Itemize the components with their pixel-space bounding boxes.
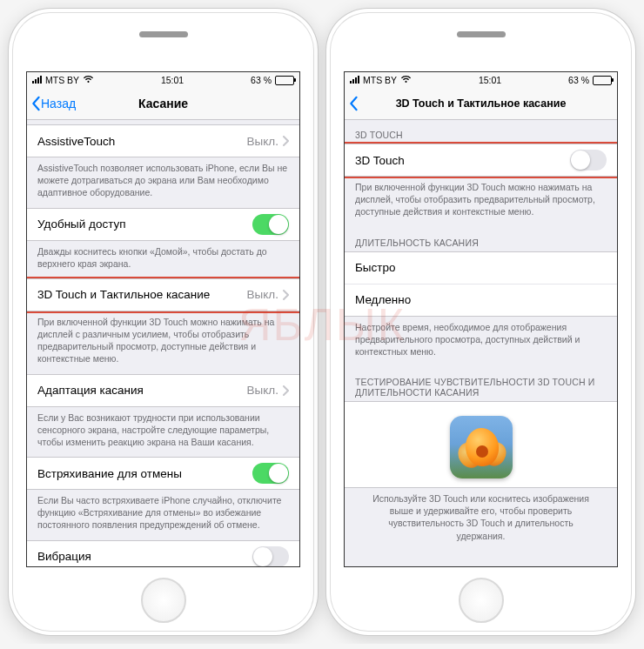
row-label: 3D Touch [355,154,570,167]
page-title: Касание [138,97,188,110]
row-label: AssistiveTouch [37,135,247,148]
clock: 15:01 [479,75,501,85]
duration-slow-row[interactable]: Медленно [345,284,617,316]
chevron-right-icon [282,385,289,396]
row-3dtouch-toggle[interactable]: 3D Touch [345,144,617,177]
switch-vibration[interactable] [252,546,289,566]
test-image-flower[interactable] [450,416,513,478]
status-bar: MTS BY 15:01 63 % [27,72,299,88]
section-header-duration: ДЛИТЕЛЬНОСТЬ КАСАНИЯ [345,227,617,251]
screen-right: MTS BY 15:01 63 % 3D Touch и Тактильное … [344,71,618,567]
footer-3dtouch: При включенной функции 3D Touch можно на… [27,311,299,374]
battery-icon [593,76,612,85]
row-label: Вибрация [37,550,252,563]
footer-duration: Настройте время, необходимое для отображ… [345,317,617,367]
switch-shake[interactable] [252,463,289,484]
back-button[interactable] [345,96,359,111]
wifi-icon [83,75,94,85]
page-title: 3D Touch и Тактильное касание [396,97,567,110]
battery-icon [275,76,294,85]
phone-left: MTS BY 15:01 63 % Назад Касание [9,9,318,635]
back-button[interactable]: Назад [27,96,76,111]
clock: 15:01 [161,75,184,85]
nav-bar: 3D Touch и Тактильное касание [345,88,617,120]
carrier-label: MTS BY [45,75,79,85]
row-label: Медленно [355,293,418,306]
section-header-test: ТЕСТИРОВАНИЕ ЧУВСТВИТЕЛЬНОСТИ 3D TOUCH И… [345,366,617,401]
footer-3dtouch-desc: При включенной функции 3D Touch можно на… [345,177,617,227]
phone-right: MTS BY 15:01 63 % 3D Touch и Тактильное … [326,9,635,635]
switch-reachability[interactable] [252,214,289,235]
row-value: Выкл. [247,384,278,397]
row-reachability[interactable]: Удобный доступ [27,208,299,241]
status-bar: MTS BY 15:01 63 % [345,72,617,88]
section-header-3dtouch: 3D TOUCH [345,119,617,144]
battery-pct: 63 % [568,75,589,85]
row-value: Выкл. [247,135,278,148]
row-label: Удобный доступ [37,217,252,231]
row-label: Адаптация касания [37,384,247,397]
back-label: Назад [41,97,76,110]
speaker-slot [139,31,188,37]
footer-accom: Если у Вас возникают трудности при испол… [27,407,299,458]
home-button[interactable] [459,578,504,623]
row-vibration[interactable]: Вибрация [27,540,299,566]
carrier-label: MTS BY [363,75,397,85]
row-assistivetouch[interactable]: AssistiveTouch Выкл. [27,124,299,157]
chevron-right-icon [282,136,289,146]
footer-test: Используйте 3D Touch или коснитесь изобр… [345,488,617,551]
row-label: 3D Touch и Тактильное касание [37,288,247,301]
row-touch-accommodations[interactable]: Адаптация касания Выкл. [27,374,299,407]
home-button[interactable] [141,578,186,623]
row-label: Быстро [355,261,418,274]
row-value: Выкл. [247,288,278,301]
chevron-right-icon [282,290,289,300]
screen-left: MTS BY 15:01 63 % Назад Касание [26,71,300,567]
row-label: Встряхивание для отмены [37,467,252,480]
duration-fast-row[interactable]: Быстро [345,252,617,284]
nav-bar: Назад Касание [27,88,299,120]
row-3dtouch-haptic[interactable]: 3D Touch и Тактильное касание Выкл. [27,278,299,311]
footer-reach: Дважды коснитесь кнопки «Домой», чтобы д… [27,241,299,278]
row-shake-to-undo[interactable]: Встряхивание для отмены [27,457,299,490]
footer-assistive: AssistiveTouch позволяет использовать iP… [27,157,299,208]
speaker-slot [457,31,506,37]
duration-picker: Быстро Медленно [345,251,617,317]
switch-3dtouch[interactable] [570,150,607,171]
battery-pct: 63 % [251,75,272,85]
wifi-icon [400,75,412,85]
signal-icon [32,77,42,84]
signal-icon [350,77,359,84]
footer-shake: Если Вы часто встряхиваете iPhone случай… [27,490,299,540]
